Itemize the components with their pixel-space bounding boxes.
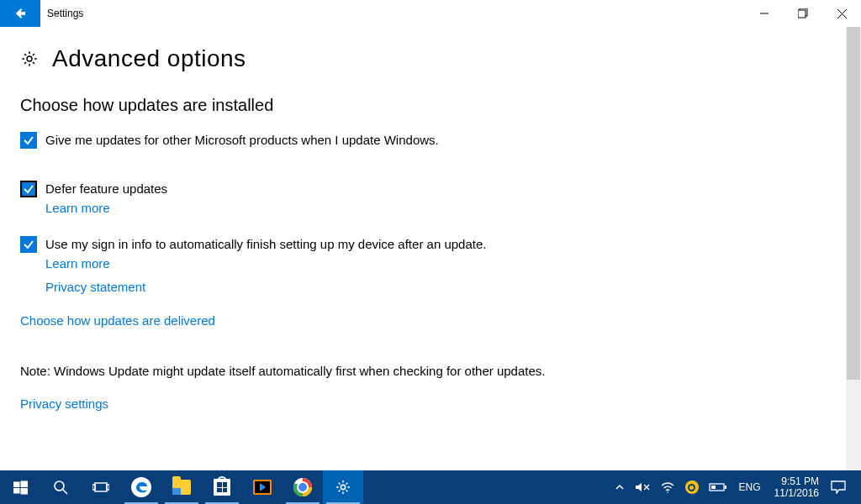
label-other-products: Give me updates for other Microsoft prod…	[45, 132, 439, 149]
link-privacy-statement[interactable]: Privacy statement	[45, 280, 145, 294]
close-button[interactable]	[822, 0, 861, 27]
start-button[interactable]	[0, 470, 40, 504]
link-learn-more-defer[interactable]: Learn more	[45, 201, 110, 215]
taskbar-app-settings[interactable]	[323, 470, 363, 504]
svg-point-16	[341, 485, 345, 489]
window-titlebar: Settings	[0, 0, 861, 27]
arrow-left-icon	[13, 7, 27, 20]
checkmark-icon	[23, 239, 34, 250]
taskbar-app-store[interactable]	[202, 470, 242, 504]
svg-point-6	[27, 56, 32, 61]
minimize-icon	[760, 9, 769, 18]
link-privacy-settings[interactable]: Privacy settings	[20, 396, 108, 411]
settings-content: Advanced options Choose how updates are …	[0, 27, 846, 470]
system-tray: ENG 9:51 PM 11/1/2016	[610, 470, 861, 504]
volume-mute-icon	[635, 481, 650, 493]
svg-rect-9	[13, 488, 20, 494]
media-player-icon	[253, 480, 272, 495]
tray-battery-button[interactable]	[704, 482, 732, 492]
gear-icon	[20, 50, 39, 68]
taskbar-app-media[interactable]	[242, 470, 283, 504]
gear-icon	[335, 479, 351, 496]
page-title: Advanced options	[52, 45, 246, 72]
chrome-icon	[293, 478, 312, 496]
tray-wifi-button[interactable]	[655, 481, 680, 493]
close-icon	[837, 9, 847, 18]
folder-icon	[172, 480, 191, 495]
maximize-icon	[798, 8, 808, 18]
checkmark-icon	[23, 134, 34, 146]
tray-overflow-button[interactable]	[610, 482, 630, 492]
task-view-button[interactable]	[81, 470, 121, 504]
tray-clock[interactable]: 9:51 PM 11/1/2016	[768, 475, 826, 499]
taskbar-app-explorer[interactable]	[161, 470, 202, 504]
search-icon	[53, 480, 68, 495]
clock-date: 11/1/2016	[774, 487, 819, 499]
scrollbar-thumb[interactable]	[847, 27, 860, 380]
taskbar: ENG 9:51 PM 11/1/2016	[0, 470, 861, 504]
tray-volume-button[interactable]	[630, 481, 655, 493]
maximize-button[interactable]	[784, 0, 822, 27]
tray-action-center-button[interactable]	[826, 480, 851, 494]
task-view-icon	[92, 480, 109, 494]
edge-icon	[131, 477, 151, 497]
battery-icon	[709, 482, 727, 492]
svg-rect-8	[20, 480, 28, 487]
checkbox-signin-info[interactable]	[20, 236, 37, 253]
minimize-button[interactable]	[745, 0, 784, 27]
svg-rect-21	[725, 486, 726, 489]
checkbox-other-products[interactable]	[20, 132, 37, 149]
wifi-icon	[660, 481, 675, 493]
taskbar-app-chrome[interactable]	[283, 470, 323, 504]
clock-time: 9:51 PM	[774, 475, 819, 487]
svg-rect-14	[92, 485, 95, 490]
tray-language-button[interactable]: ENG	[732, 481, 768, 493]
action-center-icon	[831, 480, 846, 494]
svg-rect-7	[13, 481, 20, 487]
section-title: Choose how updates are installed	[20, 96, 826, 115]
tray-cortana-button[interactable]	[680, 480, 704, 494]
cortana-icon	[685, 480, 699, 494]
store-icon	[214, 479, 230, 496]
checkbox-defer-updates[interactable]	[20, 181, 37, 197]
taskbar-app-edge[interactable]	[121, 470, 161, 504]
checkmark-icon	[23, 183, 34, 195]
chevron-up-icon	[615, 482, 625, 492]
svg-rect-10	[20, 488, 28, 495]
svg-rect-15	[107, 485, 109, 490]
windows-icon	[13, 480, 28, 495]
label-signin-info: Use my sign in info to automatically fin…	[45, 236, 486, 253]
label-defer-updates: Defer feature updates	[45, 181, 167, 197]
svg-rect-22	[711, 486, 716, 489]
svg-line-12	[63, 490, 67, 494]
search-button[interactable]	[40, 470, 81, 504]
window-title: Settings	[40, 0, 83, 27]
svg-point-11	[55, 481, 64, 491]
note-text: Note: Windows Update might update itself…	[20, 364, 826, 378]
svg-rect-3	[798, 10, 806, 18]
vertical-scrollbar[interactable]	[846, 27, 861, 470]
svg-point-19	[667, 491, 668, 493]
back-button[interactable]	[0, 0, 40, 27]
svg-rect-13	[95, 483, 107, 491]
link-choose-delivered[interactable]: Choose how updates are delivered	[20, 313, 215, 328]
link-learn-more-signin[interactable]: Learn more	[45, 256, 110, 270]
